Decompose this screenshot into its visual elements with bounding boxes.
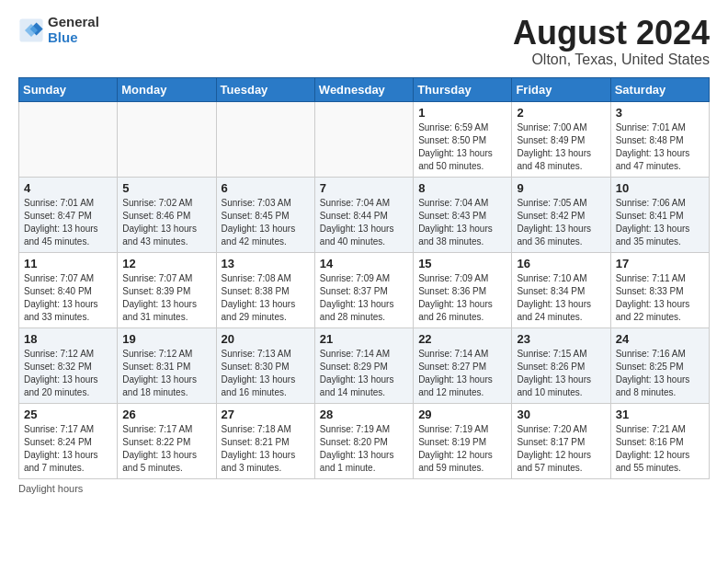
calendar-week-2: 4Sunrise: 7:01 AM Sunset: 8:47 PM Daylig… bbox=[19, 177, 710, 252]
calendar-header-wednesday: Wednesday bbox=[314, 77, 413, 101]
day-number: 22 bbox=[418, 332, 506, 346]
day-info: Sunrise: 7:13 AM Sunset: 8:30 PM Dayligh… bbox=[222, 348, 310, 399]
calendar-week-3: 11Sunrise: 7:07 AM Sunset: 8:40 PM Dayli… bbox=[19, 252, 710, 327]
calendar-cell: 10Sunrise: 7:06 AM Sunset: 8:41 PM Dayli… bbox=[610, 177, 709, 252]
calendar-cell: 5Sunrise: 7:02 AM Sunset: 8:46 PM Daylig… bbox=[118, 177, 216, 252]
day-number: 10 bbox=[616, 181, 704, 195]
calendar-cell: 27Sunrise: 7:18 AM Sunset: 8:21 PM Dayli… bbox=[216, 403, 314, 478]
month-title: August 2024 bbox=[513, 15, 710, 52]
title-block: August 2024 Olton, Texas, United States bbox=[513, 15, 710, 68]
day-info: Sunrise: 7:09 AM Sunset: 8:37 PM Dayligh… bbox=[320, 272, 408, 324]
calendar-header-tuesday: Tuesday bbox=[216, 77, 314, 101]
day-number: 1 bbox=[418, 106, 506, 120]
day-number: 24 bbox=[616, 332, 704, 346]
calendar-cell: 20Sunrise: 7:13 AM Sunset: 8:30 PM Dayli… bbox=[216, 327, 314, 403]
calendar-cell bbox=[314, 101, 413, 177]
calendar-cell: 17Sunrise: 7:11 AM Sunset: 8:33 PM Dayli… bbox=[610, 252, 709, 327]
day-number: 4 bbox=[24, 181, 112, 195]
day-number: 16 bbox=[517, 257, 605, 270]
day-number: 26 bbox=[122, 408, 210, 421]
day-number: 17 bbox=[616, 257, 704, 270]
calendar-week-1: 1Sunrise: 6:59 AM Sunset: 8:50 PM Daylig… bbox=[19, 101, 710, 177]
day-number: 25 bbox=[24, 408, 112, 421]
day-info: Sunrise: 7:01 AM Sunset: 8:47 PM Dayligh… bbox=[24, 197, 112, 248]
calendar-cell: 30Sunrise: 7:20 AM Sunset: 8:17 PM Dayli… bbox=[512, 403, 610, 478]
day-number: 15 bbox=[418, 257, 506, 270]
day-info: Sunrise: 7:17 AM Sunset: 8:24 PM Dayligh… bbox=[24, 423, 112, 475]
day-info: Sunrise: 7:10 AM Sunset: 8:34 PM Dayligh… bbox=[517, 272, 605, 324]
day-info: Sunrise: 7:14 AM Sunset: 8:27 PM Dayligh… bbox=[418, 348, 506, 399]
day-info: Sunrise: 7:19 AM Sunset: 8:19 PM Dayligh… bbox=[418, 423, 506, 475]
calendar-cell: 22Sunrise: 7:14 AM Sunset: 8:27 PM Dayli… bbox=[414, 327, 512, 403]
calendar-week-4: 18Sunrise: 7:12 AM Sunset: 8:32 PM Dayli… bbox=[19, 327, 710, 403]
day-number: 21 bbox=[320, 332, 408, 346]
day-info: Sunrise: 7:16 AM Sunset: 8:25 PM Dayligh… bbox=[616, 348, 704, 399]
day-info: Sunrise: 7:11 AM Sunset: 8:33 PM Dayligh… bbox=[616, 272, 704, 324]
day-number: 5 bbox=[122, 181, 210, 195]
day-info: Sunrise: 7:01 AM Sunset: 8:48 PM Dayligh… bbox=[616, 121, 704, 173]
day-info: Sunrise: 7:12 AM Sunset: 8:32 PM Dayligh… bbox=[24, 348, 112, 399]
page: General Blue August 2024 Olton, Texas, U… bbox=[0, 0, 728, 503]
day-number: 20 bbox=[222, 332, 310, 346]
logo-icon bbox=[18, 17, 44, 43]
calendar-cell: 8Sunrise: 7:04 AM Sunset: 8:43 PM Daylig… bbox=[414, 177, 512, 252]
day-info: Sunrise: 7:17 AM Sunset: 8:22 PM Dayligh… bbox=[122, 423, 210, 475]
logo-line1: General bbox=[48, 15, 99, 30]
day-number: 12 bbox=[122, 257, 210, 270]
calendar-cell: 4Sunrise: 7:01 AM Sunset: 8:47 PM Daylig… bbox=[19, 177, 118, 252]
calendar-cell: 9Sunrise: 7:05 AM Sunset: 8:42 PM Daylig… bbox=[512, 177, 610, 252]
calendar-cell: 21Sunrise: 7:14 AM Sunset: 8:29 PM Dayli… bbox=[314, 327, 413, 403]
day-number: 9 bbox=[517, 181, 605, 195]
calendar-cell bbox=[19, 101, 118, 177]
calendar-header-row: SundayMondayTuesdayWednesdayThursdayFrid… bbox=[19, 77, 710, 101]
day-number: 29 bbox=[418, 408, 506, 421]
calendar-cell: 11Sunrise: 7:07 AM Sunset: 8:40 PM Dayli… bbox=[19, 252, 118, 327]
logo-line2: Blue bbox=[48, 30, 99, 46]
calendar-cell: 1Sunrise: 6:59 AM Sunset: 8:50 PM Daylig… bbox=[414, 101, 512, 177]
day-number: 11 bbox=[24, 257, 112, 270]
day-info: Sunrise: 7:07 AM Sunset: 8:39 PM Dayligh… bbox=[122, 272, 210, 324]
calendar-cell bbox=[118, 101, 216, 177]
day-info: Sunrise: 7:02 AM Sunset: 8:46 PM Dayligh… bbox=[122, 197, 210, 248]
calendar-cell: 13Sunrise: 7:08 AM Sunset: 8:38 PM Dayli… bbox=[216, 252, 314, 327]
calendar-cell: 28Sunrise: 7:19 AM Sunset: 8:20 PM Dayli… bbox=[314, 403, 413, 478]
calendar-header-monday: Monday bbox=[118, 77, 216, 101]
day-number: 6 bbox=[222, 181, 310, 195]
calendar-cell: 7Sunrise: 7:04 AM Sunset: 8:44 PM Daylig… bbox=[314, 177, 413, 252]
day-number: 31 bbox=[616, 408, 704, 421]
day-number: 14 bbox=[320, 257, 408, 270]
day-info: Sunrise: 7:05 AM Sunset: 8:42 PM Dayligh… bbox=[517, 197, 605, 248]
day-info: Sunrise: 7:14 AM Sunset: 8:29 PM Dayligh… bbox=[320, 348, 408, 399]
day-info: Sunrise: 7:06 AM Sunset: 8:41 PM Dayligh… bbox=[616, 197, 704, 248]
day-number: 7 bbox=[320, 181, 408, 195]
calendar-cell: 25Sunrise: 7:17 AM Sunset: 8:24 PM Dayli… bbox=[19, 403, 118, 478]
calendar-cell: 15Sunrise: 7:09 AM Sunset: 8:36 PM Dayli… bbox=[414, 252, 512, 327]
day-info: Sunrise: 6:59 AM Sunset: 8:50 PM Dayligh… bbox=[418, 121, 506, 173]
location: Olton, Texas, United States bbox=[513, 52, 710, 68]
calendar-cell: 16Sunrise: 7:10 AM Sunset: 8:34 PM Dayli… bbox=[512, 252, 610, 327]
day-number: 28 bbox=[320, 408, 408, 421]
calendar-cell: 14Sunrise: 7:09 AM Sunset: 8:37 PM Dayli… bbox=[314, 252, 413, 327]
header: General Blue August 2024 Olton, Texas, U… bbox=[18, 15, 710, 68]
day-info: Sunrise: 7:00 AM Sunset: 8:49 PM Dayligh… bbox=[517, 121, 605, 173]
day-info: Sunrise: 7:19 AM Sunset: 8:20 PM Dayligh… bbox=[320, 423, 408, 475]
day-info: Sunrise: 7:03 AM Sunset: 8:45 PM Dayligh… bbox=[222, 197, 310, 248]
logo: General Blue bbox=[18, 15, 99, 45]
day-info: Sunrise: 7:18 AM Sunset: 8:21 PM Dayligh… bbox=[222, 423, 310, 475]
day-number: 3 bbox=[616, 106, 704, 120]
day-number: 18 bbox=[24, 332, 112, 346]
calendar-cell: 18Sunrise: 7:12 AM Sunset: 8:32 PM Dayli… bbox=[19, 327, 118, 403]
footer-note: Daylight hours bbox=[18, 483, 710, 494]
calendar-cell: 26Sunrise: 7:17 AM Sunset: 8:22 PM Dayli… bbox=[118, 403, 216, 478]
calendar-header-saturday: Saturday bbox=[610, 77, 709, 101]
day-info: Sunrise: 7:07 AM Sunset: 8:40 PM Dayligh… bbox=[24, 272, 112, 324]
day-number: 27 bbox=[222, 408, 310, 421]
day-info: Sunrise: 7:04 AM Sunset: 8:43 PM Dayligh… bbox=[418, 197, 506, 248]
calendar-cell: 3Sunrise: 7:01 AM Sunset: 8:48 PM Daylig… bbox=[610, 101, 709, 177]
day-number: 30 bbox=[517, 408, 605, 421]
logo-text: General Blue bbox=[48, 15, 99, 45]
calendar-cell: 29Sunrise: 7:19 AM Sunset: 8:19 PM Dayli… bbox=[414, 403, 512, 478]
day-number: 23 bbox=[517, 332, 605, 346]
day-info: Sunrise: 7:15 AM Sunset: 8:26 PM Dayligh… bbox=[517, 348, 605, 399]
day-number: 8 bbox=[418, 181, 506, 195]
